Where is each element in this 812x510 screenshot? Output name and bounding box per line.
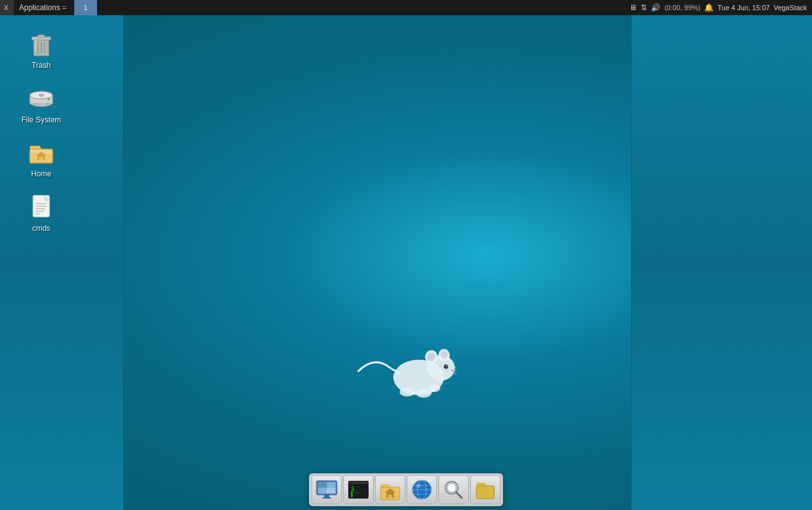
svg-rect-55 (349, 481, 368, 484)
taskbar-browser-btn[interactable] (407, 475, 437, 504)
svg-rect-48 (318, 482, 327, 488)
volume-icon: 🔊 (651, 3, 660, 12)
trash-icon[interactable]: Trash (13, 25, 70, 74)
workspace-switcher[interactable]: 1 (74, 0, 97, 15)
svg-rect-7 (34, 40, 37, 51)
svg-point-33 (428, 353, 435, 362)
topbar: X Applications = 1 🖥 ⇅ 🔊 (0:00, 99%) 🔔 T… (0, 0, 812, 15)
svg-rect-49 (327, 482, 336, 488)
cmds-label: cmds (32, 224, 51, 234)
svg-rect-52 (324, 495, 329, 497)
svg-rect-53 (322, 497, 331, 499)
datetime: Tue 4 Jun, 15:07 (717, 4, 769, 11)
svg-point-43 (429, 384, 440, 392)
cmds-icon[interactable]: cmds (13, 188, 70, 237)
system-tray: 🖥 ⇅ 🔊 (0:00, 99%) 🔔 Tue 4 Jun, 15:07 Veg… (629, 3, 812, 12)
svg-point-42 (416, 389, 431, 398)
trash-label: Trash (32, 61, 51, 71)
svg-rect-14 (34, 103, 37, 105)
home-icon-image (26, 136, 56, 167)
svg-rect-75 (476, 486, 494, 499)
xfce-menu-icon[interactable]: X (0, 0, 14, 15)
network-icon: 🖥 (629, 3, 637, 12)
svg-point-13 (48, 98, 50, 100)
svg-rect-3 (37, 35, 45, 37)
notification-icon[interactable]: 🔔 (704, 3, 714, 12)
svg-text:▋: ▋ (350, 491, 354, 497)
taskbar-files-btn[interactable] (470, 475, 501, 504)
filesystem-icon-image (26, 82, 56, 113)
svg-line-40 (454, 372, 456, 374)
svg-text:X: X (4, 4, 9, 11)
svg-point-12 (39, 94, 44, 96)
workspace-number: 1 (84, 4, 88, 11)
filesystem-icon[interactable]: File System (13, 80, 70, 128)
home-label: Home (31, 169, 51, 180)
filesystem-label: File System (22, 115, 62, 126)
svg-point-41 (400, 388, 415, 396)
svg-point-71 (447, 483, 456, 492)
trash-icon-image (26, 28, 56, 58)
svg-point-36 (446, 365, 447, 367)
right-panel (631, 15, 812, 510)
cmds-icon-image (26, 191, 56, 221)
taskbar-home-btn[interactable] (375, 475, 405, 504)
battery-indicator: (0:00, 99%) (664, 4, 700, 11)
taskbar-terminal-btn[interactable]: $_ ▋ (343, 475, 374, 504)
svg-point-35 (444, 365, 449, 369)
svg-rect-51 (327, 488, 336, 494)
taskbar-screenshot-btn[interactable] (311, 475, 342, 504)
applications-label: Applications (19, 3, 60, 12)
svg-point-69 (416, 484, 421, 488)
svg-point-34 (441, 351, 447, 359)
mouse-mascot (355, 336, 457, 400)
svg-line-72 (456, 492, 462, 498)
svg-rect-50 (318, 488, 327, 494)
taskbar: $_ ▋ (309, 473, 503, 506)
menu-indicator: = (62, 3, 67, 12)
svg-rect-21 (39, 157, 43, 160)
home-icon[interactable]: Home (13, 134, 70, 182)
svg-rect-62 (388, 495, 392, 498)
desktop-icons-container: Trash File System (13, 25, 70, 236)
transfer-icon: ⇅ (641, 3, 647, 12)
svg-rect-15 (46, 103, 49, 105)
applications-menu[interactable]: Applications = (14, 0, 72, 15)
hostname: VegaStack (773, 4, 807, 11)
taskbar-search-btn[interactable] (438, 475, 469, 504)
